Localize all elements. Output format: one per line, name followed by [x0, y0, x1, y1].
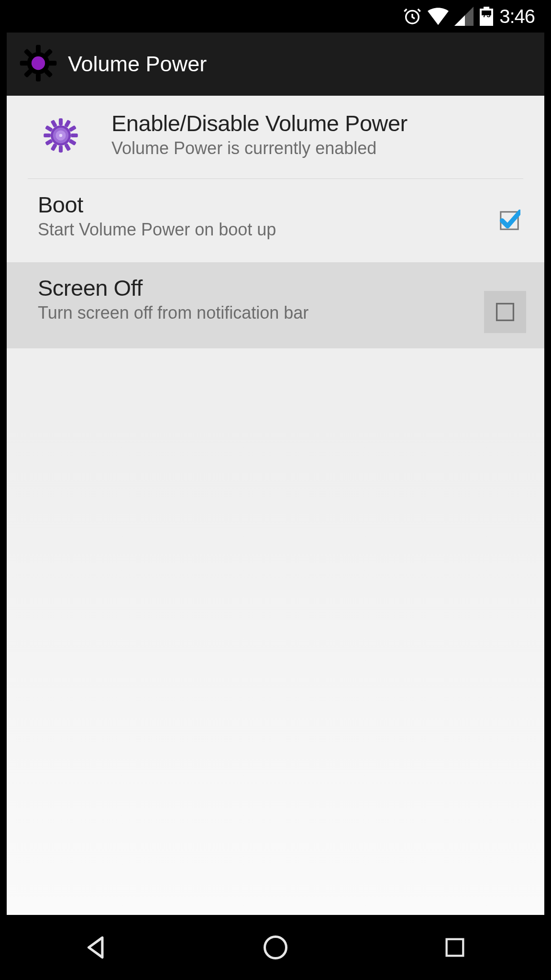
status-clock: 3:46 [499, 6, 535, 27]
alarm-icon [403, 7, 422, 26]
checkbox-unchecked-icon[interactable] [484, 291, 526, 333]
pref-screen-off[interactable]: Screen Off Turn screen off from notifica… [7, 262, 544, 348]
cell-signal-icon [454, 7, 474, 26]
recents-icon [442, 935, 467, 960]
home-icon [261, 933, 290, 962]
svg-rect-17 [44, 134, 51, 137]
pref-subtitle: Start Volume Power on boot up [38, 220, 276, 240]
navigation-bar [7, 915, 544, 980]
pref-subtitle: Volume Power is currently enabled [111, 138, 408, 158]
svg-rect-15 [59, 118, 63, 125]
svg-point-29 [59, 134, 63, 137]
app-gear-icon [19, 44, 57, 84]
battery-icon: 75 [479, 7, 494, 26]
battery-level: 75 [479, 11, 494, 19]
pref-title: Boot [38, 191, 276, 218]
svg-point-32 [265, 937, 287, 958]
pref-boot[interactable]: Boot Start Volume Power on boot up [7, 179, 544, 262]
svg-rect-7 [20, 61, 28, 66]
pref-title: Enable/Disable Volume Power [111, 110, 408, 136]
nav-home-button[interactable] [186, 915, 365, 980]
svg-rect-2 [484, 7, 489, 9]
svg-rect-33 [446, 939, 463, 956]
pref-enable-disable[interactable]: Enable/Disable Volume Power Volume Power… [7, 96, 544, 178]
gear-purple-icon [42, 117, 79, 156]
svg-rect-8 [49, 61, 57, 66]
pref-subtitle: Turn screen off from notification bar [38, 303, 309, 323]
settings-list: Enable/Disable Volume Power Volume Power… [7, 96, 544, 915]
action-bar: Volume Power [7, 33, 544, 96]
wifi-icon [428, 7, 449, 26]
svg-point-13 [32, 56, 45, 70]
svg-rect-31 [497, 304, 514, 321]
back-icon [81, 933, 111, 962]
pref-title: Screen Off [38, 275, 309, 301]
nav-back-button[interactable] [7, 915, 186, 980]
svg-rect-16 [59, 145, 63, 153]
svg-rect-6 [36, 74, 41, 82]
status-bar: 75 3:46 [7, 0, 544, 33]
checkbox-checked-icon[interactable] [498, 210, 520, 234]
svg-rect-5 [36, 45, 41, 53]
action-bar-title: Volume Power [68, 52, 207, 77]
svg-rect-18 [71, 134, 78, 137]
nav-recents-button[interactable] [365, 915, 544, 980]
